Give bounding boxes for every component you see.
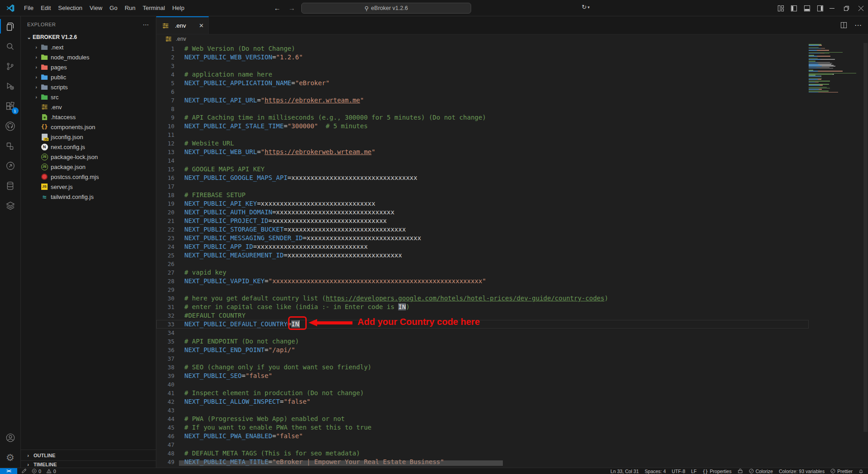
tree-item-env[interactable]: .env [21,102,156,112]
sync-layout-button[interactable]: ↻ ▾ [582,4,589,10]
code-line-5: 5NEXT_PUBLIC_APPLICATION_NAME="eBroker" [156,79,809,87]
status-colorize[interactable]: Colorize [749,469,773,474]
status-properties[interactable]: {}Properties [703,469,732,474]
minimize-button[interactable] [825,0,839,16]
line-number: 22 [156,225,174,234]
status-prettier[interactable]: Prettier [830,469,853,474]
tree-item-pages[interactable]: ›pages [21,62,156,72]
tree-item-src[interactable]: ›src [21,92,156,102]
customize-layout-icon[interactable] [777,5,784,12]
menu-item-file[interactable]: File [20,0,37,16]
activity-accounts[interactable] [0,428,21,448]
command-center-search[interactable]: ⚲ eBroker v1.2.6 [301,3,471,14]
activity-remote-explorer[interactable] [0,136,21,156]
status-spaces-4[interactable]: Spaces: 4 [645,469,666,474]
activity-database[interactable] [0,176,21,196]
menu-item-run[interactable]: Run [121,0,139,16]
line-number: 26 [156,260,174,268]
tree-item-label: pages [51,64,67,71]
tree-item-label: scripts [51,84,68,91]
horizontal-scrollbar[interactable] [179,460,503,466]
slash-icon [830,469,835,474]
tree-item-label: postcss.config.mjs [51,174,99,180]
nav-back-arrow[interactable]: ← [272,3,283,13]
tree-item-next[interactable]: ›.next [21,42,156,52]
timeline-section[interactable]: › TIMELINE [21,460,156,468]
tree-item-public[interactable]: ›public [21,72,156,82]
activity-search[interactable] [0,36,21,56]
tree-root-folder[interactable]: ⌄ EBROKER V1.2.6 [21,32,156,42]
code-line-38: 38# SEO (change only if you dont want se… [156,363,809,372]
tree-item-htaccess[interactable]: .htaccess [21,112,156,122]
tree-item-tailwind-config-js[interactable]: ≈tailwind.config.js [21,192,156,202]
close-tab-icon[interactable]: ✕ [199,22,204,29]
tree-item-label: node_modules [51,54,89,61]
tree-item-next-config-js[interactable]: Nnext.config.js [21,142,156,152]
activity-live-share[interactable] [0,156,21,176]
status-0[interactable]: 0 [32,469,41,474]
toggle-sidebar-icon[interactable] [791,5,797,12]
explorer-more-actions-icon[interactable]: ⋯ [143,21,149,28]
status-rocket-icon[interactable] [22,469,27,474]
menu-item-terminal[interactable]: Terminal [139,0,169,16]
line-number: 49 [156,458,174,466]
vertical-scrollbar[interactable] [863,43,868,432]
status-colorize-93-variables[interactable]: Colorize: 93 variables [779,469,825,474]
line-number: 3 [156,62,174,70]
toggle-panel-icon[interactable] [804,5,810,12]
minimap[interactable] [809,44,862,465]
trust-icon [738,469,743,474]
line-number: 21 [156,217,174,225]
tree-item-scripts[interactable]: ›scripts [21,82,156,92]
breadcrumb[interactable]: .env [156,34,868,43]
file-tree: ⌄ EBROKER V1.2.6 ›.next›node_modules›pag… [21,32,156,450]
tree-item-package-lock-json[interactable]: JSpackage-lock.json [21,152,156,162]
gear-icon: ⚙ [6,453,14,463]
activity-source-control[interactable] [0,56,21,76]
line-number: 36 [156,346,174,354]
tree-item-components-json[interactable]: {}components.json [21,122,156,132]
outline-section[interactable]: › OUTLINE [21,450,156,460]
tab-env[interactable]: .env ✕ [156,16,209,34]
status-bell-icon[interactable] [858,469,863,474]
code-line-9: 9# API Caching time in milliseconds (e.g… [156,113,809,122]
tree-item-server-js[interactable]: JSserver.js [21,182,156,192]
line-number: 4 [156,70,174,79]
menu-item-help[interactable]: Help [169,0,188,16]
activity-explorer[interactable] [0,16,21,36]
close-window-button[interactable] [854,0,868,16]
menu-item-edit[interactable]: Edit [37,0,54,16]
line-number: 12 [156,139,174,148]
activity-run-debug[interactable] [0,76,21,96]
tree-item-label: package-lock.json [51,154,98,160]
status-ln-33-col-31[interactable]: Ln 33, Col 31 [611,469,639,474]
status-trust-icon[interactable] [738,469,743,474]
chevron-right-icon: › [33,84,40,90]
restore-button[interactable] [839,0,854,16]
activity-docker[interactable] [0,196,21,216]
tree-item-postcss-config-mjs[interactable]: postcss.config.mjs [21,172,156,182]
bell-icon [858,469,863,474]
code-editor[interactable]: 1# Web Version (Do not Change)2NEXT_PUBL… [156,43,868,468]
minimap-line [809,68,833,69]
toggle-secondary-sidebar-icon[interactable] [817,5,824,12]
menu-item-view[interactable]: View [86,0,106,16]
menu-item-selection[interactable]: Selection [54,0,86,16]
status-0[interactable]: 0 [46,469,56,474]
minimap-line [809,59,835,60]
nav-forward-arrow[interactable]: → [286,3,297,13]
tree-item-jsconfig-json[interactable]: JSjsconfig.json [21,132,156,142]
activity-github[interactable] [0,116,21,136]
split-editor-icon[interactable] [840,22,847,29]
tree-item-node_modules[interactable]: ›node_modules [21,52,156,62]
remote-indicator[interactable]: >< [0,468,17,474]
line-number: 19 [156,199,174,208]
activity-settings[interactable]: ⚙ [0,448,21,468]
tailwind-icon: ≈ [40,193,49,200]
activity-extensions[interactable]: 1 [0,96,21,116]
editor-more-actions-icon[interactable]: ⋯ [854,21,862,29]
status-utf-8[interactable]: UTF-8 [672,469,685,474]
menu-item-go[interactable]: Go [106,0,121,16]
status-lf[interactable]: LF [691,469,697,474]
tree-item-package-json[interactable]: JSpackage.json [21,162,156,172]
